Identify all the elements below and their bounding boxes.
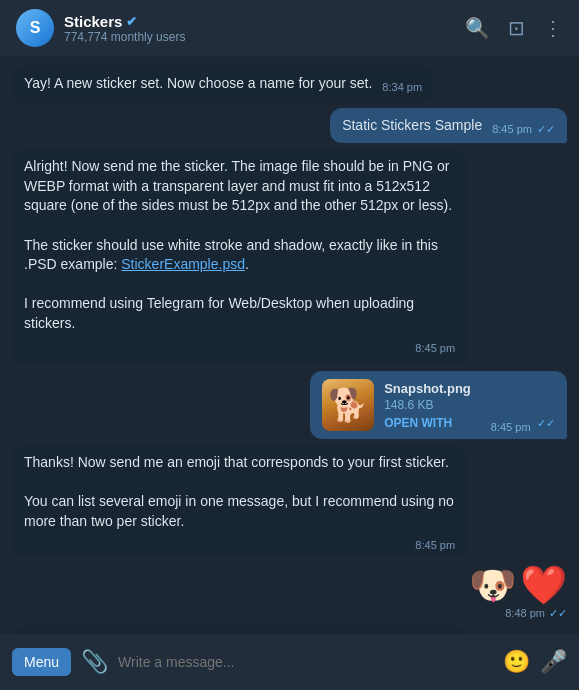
message-1-text: Yay! A new sticker set. Now choose a nam… xyxy=(24,75,372,91)
sticker-example-link[interactable]: StickerExample.psd xyxy=(121,256,245,272)
message-4-time: 8:45 pm xyxy=(491,421,531,433)
message-3-p3: I recommend using Telegram for Web/Deskt… xyxy=(24,294,455,333)
message-5-time: 8:45 pm xyxy=(415,538,455,553)
search-icon[interactable]: 🔍 xyxy=(465,16,490,40)
read-tick-6: ✓✓ xyxy=(549,607,567,620)
avatar: S xyxy=(16,9,54,47)
verified-icon: ✔ xyxy=(126,14,137,29)
layout-icon[interactable]: ⊡ xyxy=(508,16,525,40)
header-info: Stickers ✔ 774,774 monthly users xyxy=(64,13,185,44)
file-size: 148.6 KB xyxy=(384,398,471,412)
mic-button[interactable]: 🎤 xyxy=(540,649,567,675)
chat-title: Stickers ✔ xyxy=(64,13,185,30)
file-open-with[interactable]: OPEN WITH xyxy=(384,416,471,430)
message-3-time: 8:45 pm xyxy=(415,341,455,356)
header: S Stickers ✔ 774,774 monthly users 🔍 ⊡ ⋮ xyxy=(0,0,579,56)
message-6-time: 8:48 pm xyxy=(505,607,545,619)
message-6-emoji-row: 🐶 ❤️ xyxy=(469,563,567,607)
more-icon[interactable]: ⋮ xyxy=(543,16,563,40)
file-info: Snapshot.png 148.6 KB OPEN WITH xyxy=(384,381,471,430)
message-7: Congratulations. Stickers in the set: 1.… xyxy=(12,626,467,634)
attach-icon[interactable]: 📎 xyxy=(81,649,108,675)
file-name: Snapshot.png xyxy=(384,381,471,396)
message-2-time: 8:45 pm ✓✓ xyxy=(492,122,555,137)
message-3-p1: Alright! Now send me the sticker. The im… xyxy=(24,157,455,216)
message-2-text: Static Stickers Sample xyxy=(342,117,482,133)
message-5: Thanks! Now send me an emoji that corres… xyxy=(12,445,467,557)
message-6-emoji2: ❤️ xyxy=(520,563,567,607)
messages-area: Yay! A new sticker set. Now choose a nam… xyxy=(0,56,579,634)
message-2: Static Stickers Sample 8:45 pm ✓✓ xyxy=(330,108,567,144)
chat-subtitle: 774,774 monthly users xyxy=(64,30,185,44)
message-3-p2: The sticker should use white stroke and … xyxy=(24,236,455,275)
message-3: Alright! Now send me the sticker. The im… xyxy=(12,149,467,365)
message-5-p1: Thanks! Now send me an emoji that corres… xyxy=(24,453,455,473)
message-6-emoji: 🐶 xyxy=(469,563,516,607)
emoji-button[interactable]: 🙂 xyxy=(503,649,530,675)
message-4-file: Snapshot.png 148.6 KB OPEN WITH 8:45 pm … xyxy=(310,371,567,439)
message-6-emoji-wrapper: 🐶 ❤️ 8:48 pm ✓✓ xyxy=(12,563,567,620)
message-5-p2: You can list several emoji in one messag… xyxy=(24,492,455,531)
message-1-time: 8:34 pm xyxy=(382,80,422,95)
file-thumbnail xyxy=(322,379,374,431)
message-1: Yay! A new sticker set. Now choose a nam… xyxy=(12,66,434,102)
message-6-time-row: 8:48 pm ✓✓ xyxy=(505,607,567,620)
read-tick-4: ✓✓ xyxy=(537,417,555,429)
header-icons: 🔍 ⊡ ⋮ xyxy=(465,16,563,40)
input-bar: Menu 📎 🙂 🎤 xyxy=(0,634,579,690)
menu-button[interactable]: Menu xyxy=(12,648,71,676)
message-input[interactable] xyxy=(118,654,493,670)
header-left: S Stickers ✔ 774,774 monthly users xyxy=(16,9,185,47)
read-tick-2: ✓✓ xyxy=(537,123,555,135)
